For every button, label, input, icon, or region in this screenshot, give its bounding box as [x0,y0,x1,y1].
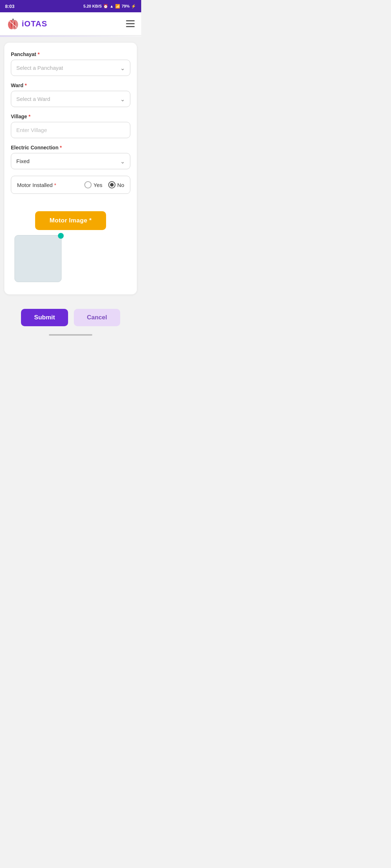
svg-point-1 [11,20,18,29]
electric-connection-label: Electric Connection * [11,145,130,150]
ward-select-wrapper[interactable]: Select a Ward ⌄ [11,91,130,107]
hamburger-menu-button[interactable] [126,20,135,27]
camera-indicator-dot [58,233,64,239]
cancel-button[interactable]: Cancel [74,309,120,326]
svg-marker-4 [12,18,14,20]
main-content: Panchayat * Select a Panchayat ⌄ Ward * … [0,37,141,302]
motor-no-option[interactable]: No [108,181,124,188]
alarm-icon: ⏰ [103,4,108,9]
ward-group: Ward * Select a Ward ⌄ [11,82,130,107]
motor-installed-radio-group: Yes No [84,181,124,188]
panchayat-group: Panchayat * Select a Panchayat ⌄ [11,51,130,76]
ward-required: * [25,82,26,88]
status-bar: 8:03 5.20 KB/S ⏰ ▲ 📶 79% ⚡ [0,0,141,12]
hamburger-line-2 [126,23,135,24]
electric-connection-select[interactable]: Fixed [11,153,130,169]
time-display: 8:03 [5,4,14,9]
signal-icon: 📶 [115,4,120,9]
submit-button[interactable]: Submit [21,309,68,326]
form-spacer [11,200,130,211]
motor-image-preview [14,235,62,282]
electric-connection-select-wrapper[interactable]: Fixed ⌄ [11,153,130,169]
motor-installed-required: * [54,182,56,188]
bottom-buttons: Submit Cancel [0,302,141,331]
motor-image-button[interactable]: Motor Image * [35,211,106,230]
village-required: * [29,114,30,119]
ward-select[interactable]: Select a Ward [11,91,130,107]
panchayat-label: Panchayat * [11,51,130,57]
village-group: Village * [11,114,130,138]
motor-no-radio[interactable] [108,181,115,188]
ward-label: Ward * [11,82,130,88]
hamburger-line-3 [126,26,135,27]
logo-container: iOTAS [7,17,47,30]
panchayat-select[interactable]: Select a Panchayat [11,60,130,76]
form-card: Panchayat * Select a Panchayat ⌄ Ward * … [4,43,137,294]
motor-image-preview-wrapper [11,235,130,282]
motor-installed-label: Motor Installed * [17,182,56,188]
motor-yes-label: Yes [93,182,102,188]
app-header: iOTAS [0,12,141,35]
electric-required: * [60,145,62,150]
village-input[interactable] [11,122,130,138]
panchayat-required: * [38,51,39,57]
battery-display: 79% [122,4,130,8]
motor-yes-radio[interactable] [84,181,92,188]
bottom-bar-line [49,334,92,336]
data-speed: 5.20 KB/S [83,4,102,8]
motor-installed-group: Motor Installed * Yes No [11,176,130,194]
motor-no-label: No [117,182,124,188]
app-logo-icon [7,17,20,30]
electric-connection-group: Electric Connection * Fixed ⌄ [11,145,130,169]
village-label: Village * [11,114,130,119]
app-name: iOTAS [22,19,47,29]
status-icons: 5.20 KB/S ⏰ ▲ 📶 79% ⚡ [83,4,136,9]
status-time: 8:03 [5,4,14,9]
motor-yes-option[interactable]: Yes [84,181,102,188]
panchayat-select-wrapper[interactable]: Select a Panchayat ⌄ [11,60,130,76]
bottom-navigation-bar [0,331,141,339]
hamburger-line-1 [126,20,135,21]
network-icon: ▲ [110,4,114,8]
motor-installed-row: Motor Installed * Yes No [11,176,130,194]
battery-icon: ⚡ [131,4,136,9]
